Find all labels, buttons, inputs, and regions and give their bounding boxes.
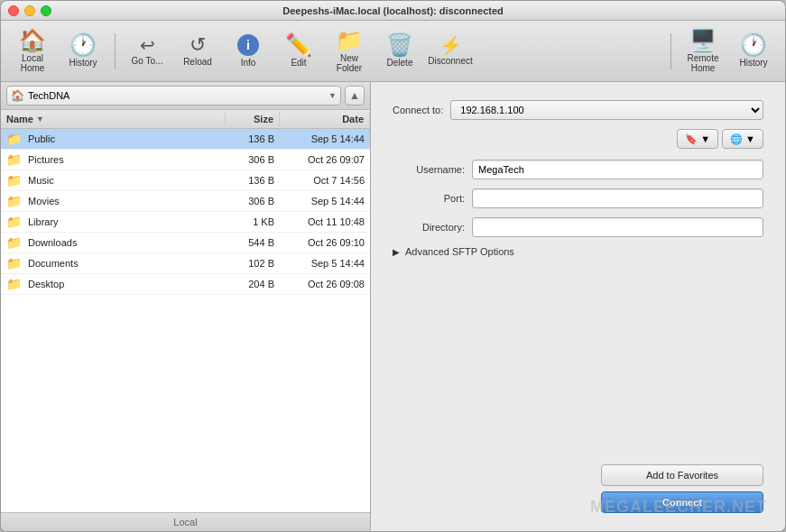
table-row[interactable]: 📁 Pictures 306 B Oct 26 09:07 bbox=[1, 150, 370, 170]
minimize-button[interactable] bbox=[24, 5, 35, 16]
advanced-sftp-section: ▶ Advanced SFTP Options bbox=[393, 246, 763, 257]
reload-label: Reload bbox=[183, 57, 212, 67]
action-buttons: Add to Favorites Connect bbox=[393, 464, 763, 513]
file-size-cell: 102 B bbox=[226, 256, 280, 271]
username-input[interactable] bbox=[472, 160, 763, 179]
info-button[interactable]: i Info bbox=[224, 26, 273, 77]
right-panel: Connect to: 192.168.1.100 🔖 ▼ 🌐 ▼ Userna… bbox=[371, 82, 785, 531]
file-size-cell: 1 KB bbox=[226, 215, 280, 229]
edit-button[interactable]: ✏️ Edit bbox=[274, 26, 323, 77]
file-name: Library bbox=[28, 216, 59, 227]
folder-icon: 📁 bbox=[6, 194, 22, 208]
local-home-button[interactable]: 🏠 Local Home bbox=[8, 26, 57, 77]
file-date-cell: Sep 5 14:44 bbox=[280, 194, 370, 208]
disconnect-label: Disconnect bbox=[428, 56, 472, 66]
local-footer-label: Local bbox=[1, 512, 370, 531]
file-date-cell: Oct 7 14:56 bbox=[280, 173, 370, 188]
table-row[interactable]: 📁 Public 136 B Sep 5 14:44 bbox=[1, 129, 370, 150]
file-name-cell: 📁 Documents bbox=[1, 254, 226, 272]
info-label: Info bbox=[241, 58, 256, 68]
toolbar-separator-left bbox=[115, 33, 116, 69]
new-folder-button[interactable]: 📁 New Folder bbox=[325, 26, 374, 77]
username-row: Username: bbox=[393, 160, 763, 179]
globe-button[interactable]: 🌐 ▼ bbox=[722, 129, 763, 149]
directory-input[interactable] bbox=[472, 217, 763, 237]
add-to-favorites-button[interactable]: Add to Favorites bbox=[601, 464, 763, 486]
file-list-header: Name ▼ Size Date bbox=[1, 110, 370, 129]
date-header-label: Date bbox=[342, 114, 364, 124]
table-row[interactable]: 📁 Desktop 204 B Oct 26 09:08 bbox=[1, 274, 370, 295]
left-panel: 🏠 TechDNA ▼ ▲ Name ▼ Size Date bbox=[1, 82, 371, 531]
date-column-header[interactable]: Date bbox=[280, 112, 370, 126]
right-toolbar-group: 🖥️ Remote Home 🕐 History bbox=[679, 26, 778, 77]
history-left-label: History bbox=[69, 58, 97, 68]
remote-home-button[interactable]: 🖥️ Remote Home bbox=[679, 26, 727, 77]
file-name: Pictures bbox=[28, 154, 64, 165]
file-name-cell: 📁 Music bbox=[1, 171, 226, 189]
location-arrow-icon: ▼ bbox=[328, 91, 337, 100]
goto-label: Go To... bbox=[132, 56, 163, 66]
close-button[interactable] bbox=[8, 5, 19, 16]
port-row: Port: bbox=[393, 188, 763, 208]
file-size-cell: 204 B bbox=[226, 277, 280, 291]
window-title: Deepeshs-iMac.local (localhost): disconn… bbox=[282, 5, 504, 16]
table-row[interactable]: 📁 Documents 102 B Sep 5 14:44 bbox=[1, 253, 370, 274]
delete-button[interactable]: 🗑️ Delete bbox=[375, 26, 424, 77]
connect-to-row: Connect to: 192.168.1.100 bbox=[393, 100, 763, 120]
table-row[interactable]: 📁 Music 136 B Oct 7 14:56 bbox=[1, 170, 370, 191]
file-name: Documents bbox=[28, 258, 79, 269]
bookmark-icon: 🔖 bbox=[685, 133, 698, 145]
file-name: Music bbox=[28, 175, 54, 186]
edit-icon: ✏️ bbox=[285, 34, 312, 56]
location-select[interactable]: 🏠 TechDNA ▼ bbox=[6, 86, 341, 105]
edit-label: Edit bbox=[291, 58, 306, 68]
connect-input-group: 192.168.1.100 bbox=[450, 100, 763, 120]
advanced-sftp-label[interactable]: Advanced SFTP Options bbox=[405, 246, 514, 257]
bookmark-button[interactable]: 🔖 ▼ bbox=[677, 129, 718, 149]
delete-icon: 🗑️ bbox=[386, 34, 413, 56]
globe-icon: 🌐 bbox=[730, 133, 743, 145]
history-left-button[interactable]: 🕐 History bbox=[59, 26, 107, 77]
remote-home-icon: 🖥️ bbox=[689, 30, 717, 51]
maximize-button[interactable] bbox=[41, 5, 51, 16]
reload-button[interactable]: ↺ Reload bbox=[173, 26, 222, 77]
new-folder-icon: 📁 bbox=[336, 30, 363, 51]
directory-label: Directory: bbox=[393, 222, 465, 233]
disconnect-icon: ⚡ bbox=[439, 36, 462, 54]
size-column-header[interactable]: Size bbox=[226, 112, 280, 126]
table-row[interactable]: 📁 Library 1 KB Oct 11 10:48 bbox=[1, 212, 370, 233]
folder-icon: 📁 bbox=[6, 256, 22, 271]
sort-arrow-icon: ▼ bbox=[36, 115, 44, 124]
goto-icon: ↩ bbox=[140, 36, 155, 54]
up-button[interactable]: ▲ bbox=[345, 86, 365, 105]
file-name-cell: 📁 Movies bbox=[1, 192, 226, 210]
file-name: Downloads bbox=[28, 237, 77, 248]
username-label: Username: bbox=[393, 164, 465, 175]
folder-icon: 📁 bbox=[6, 277, 22, 291]
table-row[interactable]: 📁 Downloads 544 B Oct 26 09:10 bbox=[1, 233, 370, 253]
toolbar: 🏠 Local Home 🕐 History ↩ Go To... ↺ Relo… bbox=[1, 21, 785, 82]
location-house-icon: 🏠 bbox=[11, 89, 24, 102]
file-date-cell: Sep 5 14:44 bbox=[280, 256, 370, 271]
name-column-header[interactable]: Name ▼ bbox=[1, 112, 226, 126]
center-toolbar-group: ↩ Go To... ↺ Reload i Info ✏️ Edit 📁 New… bbox=[123, 26, 475, 77]
file-name-cell: 📁 Library bbox=[1, 213, 226, 231]
remote-home-label: Remote Home bbox=[680, 53, 726, 73]
table-row[interactable]: 📁 Movies 306 B Sep 5 14:44 bbox=[1, 191, 370, 212]
toolbar-separator-right bbox=[670, 33, 671, 69]
folder-icon: 📁 bbox=[6, 173, 22, 188]
file-size-cell: 544 B bbox=[226, 235, 280, 250]
connect-to-select[interactable]: 192.168.1.100 bbox=[450, 100, 763, 120]
disconnect-button[interactable]: ⚡ Disconnect bbox=[426, 26, 475, 77]
main-window: Deepeshs-iMac.local (localhost): disconn… bbox=[0, 0, 786, 532]
connect-button[interactable]: Connect bbox=[601, 491, 763, 513]
local-home-label: Local Home bbox=[10, 53, 55, 73]
content-area: 🏠 TechDNA ▼ ▲ Name ▼ Size Date bbox=[1, 82, 785, 531]
file-date-cell: Oct 26 09:10 bbox=[280, 235, 370, 250]
goto-button[interactable]: ↩ Go To... bbox=[123, 26, 171, 77]
file-name-cell: 📁 Public bbox=[1, 130, 226, 148]
delete-label: Delete bbox=[387, 58, 413, 68]
reload-icon: ↺ bbox=[190, 35, 206, 55]
history-right-button[interactable]: 🕐 History bbox=[729, 26, 778, 77]
port-input[interactable] bbox=[472, 188, 763, 208]
